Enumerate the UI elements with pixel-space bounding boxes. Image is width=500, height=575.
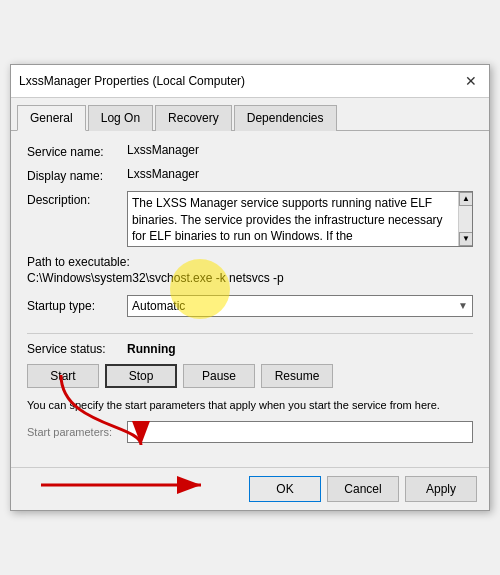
start-param-label: Start parameters: (27, 426, 127, 438)
display-name-row: Display name: LxssManager (27, 167, 473, 183)
scroll-track (459, 206, 472, 232)
dropdown-arrow-icon: ▼ (458, 300, 468, 311)
path-section: Path to executable: C:\Windows\system32\… (27, 255, 473, 285)
title-bar: LxssManager Properties (Local Computer) … (11, 65, 489, 98)
display-name-label: Display name: (27, 167, 127, 183)
start-param-input[interactable] (127, 421, 473, 443)
description-box[interactable]: The LXSS Manager service supports runnin… (127, 191, 473, 247)
service-name-label: Service name: (27, 143, 127, 159)
stop-button[interactable]: Stop (105, 364, 177, 388)
service-status-label: Service status: (27, 342, 127, 356)
cancel-button[interactable]: Cancel (327, 476, 399, 502)
tab-logon[interactable]: Log On (88, 105, 153, 131)
tab-general[interactable]: General (17, 105, 86, 131)
description-row: Description: The LXSS Manager service su… (27, 191, 473, 247)
display-name-value: LxssManager (127, 167, 199, 181)
service-button-row: Start Stop Pause Resume (27, 364, 473, 388)
close-button[interactable]: ✕ (461, 71, 481, 91)
service-name-row: Service name: LxssManager (27, 143, 473, 159)
service-status-value: Running (127, 342, 176, 356)
ok-button[interactable]: OK (249, 476, 321, 502)
tab-recovery[interactable]: Recovery (155, 105, 232, 131)
tab-dependencies[interactable]: Dependencies (234, 105, 337, 131)
description-label: Description: (27, 191, 127, 207)
path-value: C:\Windows\system32\svchost.exe -k netsv… (27, 271, 473, 285)
startup-value: Automatic (132, 299, 185, 313)
description-scrollbar[interactable]: ▲ ▼ (458, 192, 472, 246)
tab-bar: General Log On Recovery Dependencies (11, 98, 489, 131)
content-area: Service name: LxssManager Display name: … (11, 131, 489, 467)
arrow-annotation-2 (31, 470, 231, 500)
apply-button[interactable]: Apply (405, 476, 477, 502)
pause-button[interactable]: Pause (183, 364, 255, 388)
scroll-up-button[interactable]: ▲ (459, 192, 473, 206)
scroll-down-button[interactable]: ▼ (459, 232, 473, 246)
bottom-buttons: OK Cancel Apply (11, 467, 489, 510)
divider (27, 333, 473, 334)
startup-label: Startup type: (27, 299, 127, 313)
startup-dropdown[interactable]: Automatic ▼ (127, 295, 473, 317)
help-text: You can specify the start parameters tha… (27, 398, 473, 413)
description-text: The LXSS Manager service supports runnin… (132, 195, 468, 245)
start-param-row: Start parameters: (27, 421, 473, 443)
service-name-value: LxssManager (127, 143, 199, 157)
start-button[interactable]: Start (27, 364, 99, 388)
window-title: LxssManager Properties (Local Computer) (19, 74, 245, 88)
path-label: Path to executable: (27, 255, 473, 269)
startup-row: Startup type: Automatic ▼ (27, 295, 473, 317)
service-status-row: Service status: Running (27, 342, 473, 356)
resume-button[interactable]: Resume (261, 364, 333, 388)
